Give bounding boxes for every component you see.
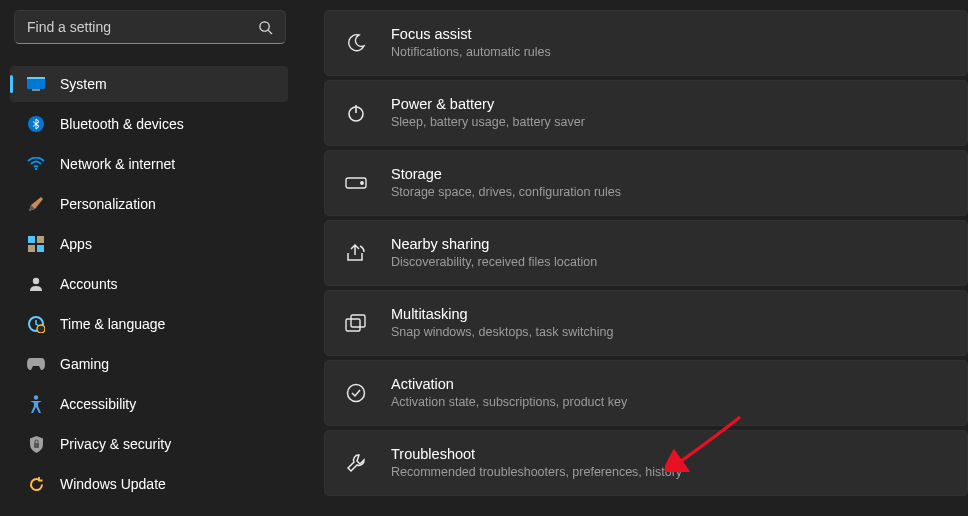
content-area: Focus assist Notifications, automatic ru… [300, 0, 968, 516]
power-icon [343, 100, 369, 126]
wrench-icon [343, 450, 369, 476]
card-text: Focus assist Notifications, automatic ru… [391, 25, 551, 61]
card-text: Troubleshoot Recommended troubleshooters… [391, 445, 682, 481]
moon-icon [343, 30, 369, 56]
card-title: Troubleshoot [391, 445, 682, 465]
card-multitasking[interactable]: Multitasking Snap windows, desktops, tas… [324, 290, 968, 356]
card-sub: Discoverability, received files location [391, 254, 597, 271]
svg-point-0 [260, 21, 269, 30]
card-sub: Recommended troubleshooters, preferences… [391, 464, 682, 481]
person-icon [26, 274, 46, 294]
sidebar: System Bluetooth & devices Network & int… [0, 0, 300, 516]
card-power-battery[interactable]: Power & battery Sleep, battery usage, ba… [324, 80, 968, 146]
svg-rect-10 [37, 245, 44, 252]
card-sub: Sleep, battery usage, battery saver [391, 114, 585, 131]
share-icon [343, 240, 369, 266]
multitasking-icon [343, 310, 369, 336]
svg-rect-3 [27, 77, 45, 79]
card-nearby-sharing[interactable]: Nearby sharing Discoverability, received… [324, 220, 968, 286]
sidebar-item-system[interactable]: System [10, 66, 288, 102]
svg-point-13 [37, 325, 45, 333]
brush-icon [26, 194, 46, 214]
sidebar-item-gaming[interactable]: Gaming [10, 346, 288, 382]
svg-point-19 [361, 182, 363, 184]
svg-rect-4 [32, 89, 40, 91]
sidebar-item-network[interactable]: Network & internet [10, 146, 288, 182]
system-icon [26, 74, 46, 94]
card-sub: Notifications, automatic rules [391, 44, 551, 61]
accessibility-icon [26, 394, 46, 414]
card-sub: Storage space, drives, configuration rul… [391, 184, 621, 201]
card-sub: Snap windows, desktops, task switching [391, 324, 613, 341]
card-text: Power & battery Sleep, battery usage, ba… [391, 95, 585, 131]
storage-icon [343, 170, 369, 196]
card-text: Nearby sharing Discoverability, received… [391, 235, 597, 271]
sidebar-item-label: Accounts [60, 276, 118, 292]
search-box[interactable] [14, 10, 286, 44]
nav-list: System Bluetooth & devices Network & int… [10, 66, 288, 502]
sidebar-item-time-language[interactable]: Time & language [10, 306, 288, 342]
svg-rect-8 [37, 236, 44, 243]
card-focus-assist[interactable]: Focus assist Notifications, automatic ru… [324, 10, 968, 76]
sidebar-item-label: Personalization [60, 196, 156, 212]
card-title: Nearby sharing [391, 235, 597, 255]
apps-icon [26, 234, 46, 254]
sidebar-item-label: Accessibility [60, 396, 136, 412]
update-icon [26, 474, 46, 494]
bluetooth-icon [26, 114, 46, 134]
checkmark-circle-icon [343, 380, 369, 406]
sidebar-item-label: Privacy & security [60, 436, 171, 452]
sidebar-item-label: Time & language [60, 316, 165, 332]
sidebar-item-personalization[interactable]: Personalization [10, 186, 288, 222]
svg-point-22 [348, 385, 365, 402]
card-sub: Activation state, subscriptions, product… [391, 394, 627, 411]
sidebar-item-label: Gaming [60, 356, 109, 372]
card-storage[interactable]: Storage Storage space, drives, configura… [324, 150, 968, 216]
clock-globe-icon [26, 314, 46, 334]
card-title: Activation [391, 375, 627, 395]
card-text: Storage Storage space, drives, configura… [391, 165, 621, 201]
search-input[interactable] [27, 19, 258, 35]
card-troubleshoot[interactable]: Troubleshoot Recommended troubleshooters… [324, 430, 968, 496]
sidebar-item-label: Apps [60, 236, 92, 252]
sidebar-item-label: Network & internet [60, 156, 175, 172]
sidebar-item-label: System [60, 76, 107, 92]
sidebar-item-accessibility[interactable]: Accessibility [10, 386, 288, 422]
sidebar-item-bluetooth[interactable]: Bluetooth & devices [10, 106, 288, 142]
sidebar-item-windows-update[interactable]: Windows Update [10, 466, 288, 502]
search-icon [258, 20, 273, 35]
sidebar-item-apps[interactable]: Apps [10, 226, 288, 262]
sidebar-item-accounts[interactable]: Accounts [10, 266, 288, 302]
svg-point-14 [34, 395, 38, 399]
svg-rect-9 [28, 245, 35, 252]
card-title: Storage [391, 165, 621, 185]
sidebar-item-label: Windows Update [60, 476, 166, 492]
sidebar-item-label: Bluetooth & devices [60, 116, 184, 132]
gamepad-icon [26, 354, 46, 374]
svg-rect-20 [346, 319, 360, 331]
svg-point-11 [33, 278, 39, 284]
wifi-icon [26, 154, 46, 174]
svg-line-1 [268, 30, 272, 34]
card-title: Multitasking [391, 305, 613, 325]
card-text: Activation Activation state, subscriptio… [391, 375, 627, 411]
shield-icon [26, 434, 46, 454]
card-title: Focus assist [391, 25, 551, 45]
svg-rect-7 [28, 236, 35, 243]
svg-rect-21 [351, 315, 365, 327]
svg-point-6 [35, 168, 37, 170]
card-text: Multitasking Snap windows, desktops, tas… [391, 305, 613, 341]
card-activation[interactable]: Activation Activation state, subscriptio… [324, 360, 968, 426]
svg-rect-15 [34, 443, 39, 448]
sidebar-item-privacy[interactable]: Privacy & security [10, 426, 288, 462]
card-title: Power & battery [391, 95, 585, 115]
